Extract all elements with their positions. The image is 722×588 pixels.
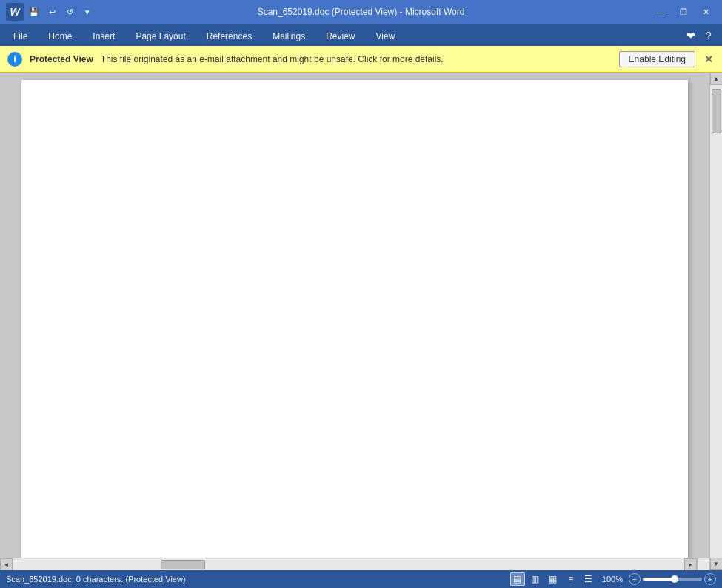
protected-view-message[interactable]: This file originated as an e-mail attach…	[101, 54, 612, 64]
help-icon[interactable]: ❤	[683, 28, 698, 43]
minimize-button[interactable]: —	[651, 4, 672, 19]
restore-button[interactable]: ❐	[673, 4, 694, 19]
print-layout-view-btn[interactable]: ▤	[510, 572, 525, 586]
vertical-scroll-track[interactable]	[710, 85, 722, 558]
outline-view-btn[interactable]: ≡	[564, 572, 578, 586]
horizontal-scrollbar: ◄ ►	[0, 558, 709, 570]
zoom-percent-text: 100%	[602, 575, 623, 584]
tab-file[interactable]: File	[3, 27, 38, 46]
horizontal-scroll-thumb[interactable]	[161, 560, 205, 569]
zoom-slider[interactable]	[643, 578, 702, 581]
tab-view[interactable]: View	[366, 27, 406, 46]
tab-page-layout[interactable]: Page Layout	[125, 27, 195, 46]
close-button[interactable]: ✕	[695, 4, 716, 19]
status-right-controls: ▤ ▥ ▦ ≡ ☰ 100% − +	[510, 572, 716, 586]
protected-view-bar: i Protected View This file originated as…	[0, 46, 722, 73]
scroll-corner	[697, 558, 709, 571]
status-text: Scan_652019.doc: 0 characters. (Protecte…	[6, 575, 186, 584]
document-container: ◄ ►	[0, 73, 709, 570]
vertical-scroll-thumb[interactable]	[712, 89, 721, 133]
scroll-right-button[interactable]: ►	[684, 558, 697, 571]
word-logo: W	[6, 3, 24, 21]
document-viewport	[0, 73, 709, 558]
zoom-slider-container: − +	[629, 573, 716, 585]
protected-view-title: Protected View	[30, 54, 93, 64]
scroll-up-button[interactable]: ▲	[710, 73, 723, 85]
enable-editing-button[interactable]: Enable Editing	[619, 51, 695, 67]
redo-quick-btn[interactable]: ↺	[62, 4, 77, 19]
scroll-down-button[interactable]: ▼	[710, 558, 723, 570]
horizontal-scroll-track[interactable]	[13, 558, 684, 570]
ribbon-help-question-icon[interactable]: ?	[701, 28, 716, 43]
full-screen-reading-view-btn[interactable]: ▥	[528, 572, 543, 586]
main-area: ◄ ► ▲ ▼	[0, 73, 722, 570]
document-page	[21, 80, 688, 558]
ribbon-right-icons: ❤ ?	[683, 28, 722, 46]
status-bar: Scan_652019.doc: 0 characters. (Protecte…	[0, 570, 722, 588]
title-bar-right: — ❐ ✕	[651, 4, 716, 19]
tab-mailings[interactable]: Mailings	[262, 27, 315, 46]
zoom-in-button[interactable]: +	[704, 573, 716, 585]
zoom-slider-fill	[643, 578, 672, 581]
scroll-left-button[interactable]: ◄	[0, 558, 13, 571]
zoom-slider-thumb[interactable]	[671, 575, 678, 583]
title-bar-left: W 💾 ↩ ↺ ▾	[6, 3, 95, 21]
draft-view-btn[interactable]: ☰	[581, 572, 596, 586]
undo-quick-btn[interactable]: ↩	[44, 4, 59, 19]
ribbon-tab-bar: File Home Insert Page Layout References …	[0, 24, 722, 46]
save-quick-btn[interactable]: 💾	[27, 4, 41, 19]
protected-view-info-icon: i	[7, 52, 22, 67]
tab-insert[interactable]: Insert	[82, 27, 125, 46]
tab-review[interactable]: Review	[315, 27, 365, 46]
qat-dropdown-btn[interactable]: ▾	[80, 4, 95, 19]
zoom-out-button[interactable]: −	[629, 573, 641, 585]
title-bar-title: Scan_652019.doc (Protected View) - Micro…	[258, 7, 465, 17]
vertical-scrollbar: ▲ ▼	[709, 73, 722, 570]
tab-home[interactable]: Home	[38, 27, 82, 46]
tab-references[interactable]: References	[196, 27, 262, 46]
protected-view-close-button[interactable]: ✕	[703, 53, 715, 65]
title-bar: W 💾 ↩ ↺ ▾ Scan_652019.doc (Protected Vie…	[0, 0, 722, 24]
web-layout-view-btn[interactable]: ▦	[546, 572, 561, 586]
